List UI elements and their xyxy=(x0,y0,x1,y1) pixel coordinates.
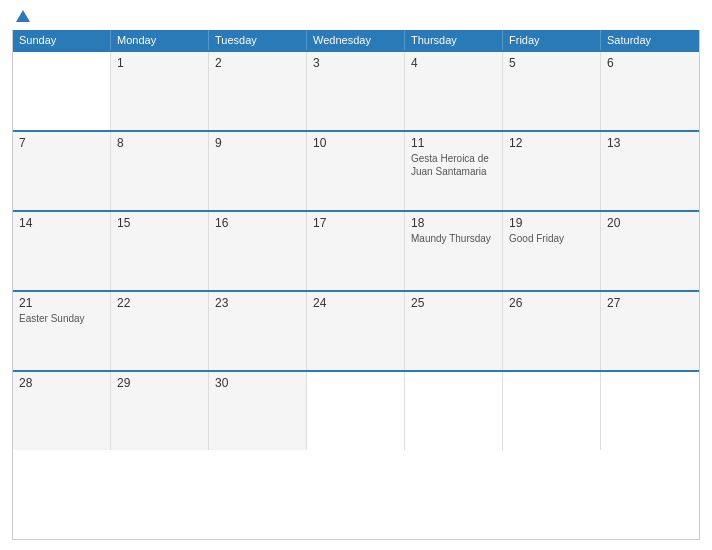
day-event: Gesta Heroica de Juan Santamaria xyxy=(411,152,496,178)
day-cell: 27 xyxy=(601,292,699,370)
day-cell xyxy=(503,372,601,450)
calendar-grid: SundayMondayTuesdayWednesdayThursdayFrid… xyxy=(12,30,700,540)
day-cell: 21Easter Sunday xyxy=(13,292,111,370)
day-cell: 14 xyxy=(13,212,111,290)
day-cell: 7 xyxy=(13,132,111,210)
day-number: 29 xyxy=(117,376,202,390)
day-cell: 26 xyxy=(503,292,601,370)
day-cell: 18Maundy Thursday xyxy=(405,212,503,290)
day-event: Easter Sunday xyxy=(19,312,104,325)
logo xyxy=(12,10,30,22)
week-row: 282930 xyxy=(13,370,699,450)
day-cell: 13 xyxy=(601,132,699,210)
day-number: 11 xyxy=(411,136,496,150)
day-cell: 4 xyxy=(405,52,503,130)
day-cell: 5 xyxy=(503,52,601,130)
day-number: 23 xyxy=(215,296,300,310)
day-header: Sunday xyxy=(13,30,111,50)
day-number: 26 xyxy=(509,296,594,310)
header xyxy=(12,10,700,22)
day-number: 12 xyxy=(509,136,594,150)
day-cell: 10 xyxy=(307,132,405,210)
day-cell: 30 xyxy=(209,372,307,450)
day-header: Thursday xyxy=(405,30,503,50)
day-cell: 24 xyxy=(307,292,405,370)
week-row: 21Easter Sunday222324252627 xyxy=(13,290,699,370)
day-header: Wednesday xyxy=(307,30,405,50)
day-cell: 12 xyxy=(503,132,601,210)
day-cell: 16 xyxy=(209,212,307,290)
day-number: 7 xyxy=(19,136,104,150)
day-cell: 1 xyxy=(111,52,209,130)
day-number: 16 xyxy=(215,216,300,230)
day-number: 15 xyxy=(117,216,202,230)
day-number: 18 xyxy=(411,216,496,230)
day-cell: 19Good Friday xyxy=(503,212,601,290)
day-cell: 2 xyxy=(209,52,307,130)
day-cell: 22 xyxy=(111,292,209,370)
day-header: Tuesday xyxy=(209,30,307,50)
day-event: Maundy Thursday xyxy=(411,232,496,245)
day-number: 5 xyxy=(509,56,594,70)
day-cell: 15 xyxy=(111,212,209,290)
day-cell: 3 xyxy=(307,52,405,130)
day-cell: 20 xyxy=(601,212,699,290)
day-number: 19 xyxy=(509,216,594,230)
day-cell: 9 xyxy=(209,132,307,210)
week-row: 7891011Gesta Heroica de Juan Santamaria1… xyxy=(13,130,699,210)
day-cell: 11Gesta Heroica de Juan Santamaria xyxy=(405,132,503,210)
day-cell xyxy=(13,52,111,130)
day-cell: 28 xyxy=(13,372,111,450)
day-headers-row: SundayMondayTuesdayWednesdayThursdayFrid… xyxy=(13,30,699,50)
day-cell: 29 xyxy=(111,372,209,450)
logo-triangle-icon xyxy=(16,10,30,22)
day-number: 28 xyxy=(19,376,104,390)
day-number: 25 xyxy=(411,296,496,310)
week-row: 1415161718Maundy Thursday19Good Friday20 xyxy=(13,210,699,290)
day-number: 3 xyxy=(313,56,398,70)
day-number: 22 xyxy=(117,296,202,310)
day-number: 24 xyxy=(313,296,398,310)
day-number: 30 xyxy=(215,376,300,390)
day-number: 21 xyxy=(19,296,104,310)
day-event: Good Friday xyxy=(509,232,594,245)
calendar-page: SundayMondayTuesdayWednesdayThursdayFrid… xyxy=(0,0,712,550)
day-number: 13 xyxy=(607,136,693,150)
day-cell: 6 xyxy=(601,52,699,130)
day-cell xyxy=(601,372,699,450)
day-number: 14 xyxy=(19,216,104,230)
day-number: 2 xyxy=(215,56,300,70)
day-number: 17 xyxy=(313,216,398,230)
day-number: 1 xyxy=(117,56,202,70)
day-number: 20 xyxy=(607,216,693,230)
day-cell: 23 xyxy=(209,292,307,370)
day-cell xyxy=(405,372,503,450)
day-cell: 8 xyxy=(111,132,209,210)
day-number: 6 xyxy=(607,56,693,70)
day-cell xyxy=(307,372,405,450)
calendar-body: 1234567891011Gesta Heroica de Juan Santa… xyxy=(13,50,699,450)
day-header: Friday xyxy=(503,30,601,50)
day-number: 8 xyxy=(117,136,202,150)
day-number: 27 xyxy=(607,296,693,310)
day-header: Monday xyxy=(111,30,209,50)
day-number: 9 xyxy=(215,136,300,150)
day-header: Saturday xyxy=(601,30,699,50)
day-number: 10 xyxy=(313,136,398,150)
day-number: 4 xyxy=(411,56,496,70)
week-row: 123456 xyxy=(13,50,699,130)
day-cell: 17 xyxy=(307,212,405,290)
day-cell: 25 xyxy=(405,292,503,370)
